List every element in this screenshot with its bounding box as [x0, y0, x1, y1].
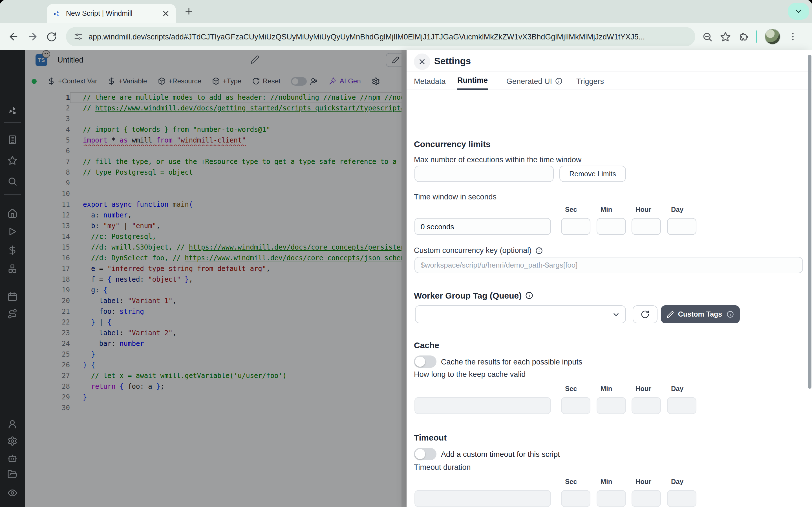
settings-tabs: Metadata Runtime Generated UI Triggers: [407, 71, 812, 90]
unit-label-min: Min: [601, 206, 612, 214]
time-window-value-input[interactable]: [414, 218, 551, 235]
settings-drawer: Settings Metadata Runtime Generated UI T…: [407, 50, 812, 507]
cache-toggle[interactable]: [414, 355, 437, 368]
back-icon[interactable]: [8, 31, 19, 42]
bookmark-star-icon[interactable]: [720, 31, 731, 42]
unit-label-sec: Sec: [565, 206, 577, 214]
star-icon[interactable]: [7, 156, 17, 166]
max-executions-input[interactable]: [414, 166, 554, 182]
close-button[interactable]: [414, 54, 430, 70]
unit-input-hour[interactable]: [631, 218, 661, 235]
divider: [4, 194, 21, 195]
left-sidebar: [0, 50, 25, 507]
timeout-duration-label: Timeout duration: [414, 463, 471, 471]
remove-limits-button[interactable]: Remove Limits: [559, 166, 626, 182]
url-text[interactable]: app.windmill.dev/scripts/add#JTdCJTIyaGF…: [89, 33, 688, 41]
drawer-title: Settings: [434, 56, 471, 66]
cache-duration-units: SecMinHourDay: [414, 385, 804, 414]
browser-tab[interactable]: New Script | Windmill: [47, 4, 176, 23]
unit-input-min: [597, 490, 626, 507]
timeout-duration-units: SecMinHourDay: [414, 478, 804, 507]
schedules-calendar-icon[interactable]: [7, 292, 17, 302]
custom-tags-button[interactable]: Custom Tags: [661, 305, 740, 323]
unit-label-hour: Hour: [636, 478, 651, 486]
unit-input-sec: [561, 397, 591, 414]
gear-icon[interactable]: [7, 436, 17, 446]
runs-play-icon[interactable]: [7, 226, 17, 237]
unit-input-sec: [561, 490, 591, 507]
unit-input-day[interactable]: [667, 218, 696, 235]
custom-key-input[interactable]: [414, 257, 803, 273]
unit-label-min: Min: [601, 478, 612, 486]
unit-input-hour: [631, 397, 661, 414]
folder-open-icon[interactable]: [7, 469, 17, 480]
new-tab-icon[interactable]: [184, 6, 194, 16]
unit-label-day: Day: [671, 478, 683, 486]
forward-icon[interactable]: [27, 31, 38, 42]
toolbar-right: [702, 29, 798, 45]
flows-route-icon[interactable]: [7, 309, 17, 319]
tab-metadata[interactable]: Metadata: [414, 72, 446, 90]
url-bar[interactable]: app.windmill.dev/scripts/add#JTdCJTIyaGF…: [66, 27, 695, 46]
unit-input-day: [667, 490, 696, 507]
windmill-logo[interactable]: [7, 105, 18, 117]
zoom-out-icon[interactable]: [702, 31, 713, 42]
bot-icon[interactable]: [7, 453, 17, 463]
tab-title: New Script | Windmill: [66, 10, 161, 17]
profile-avatar[interactable]: [765, 29, 780, 45]
eye-icon[interactable]: [7, 488, 17, 498]
building-icon[interactable]: [7, 135, 17, 145]
unit-label-hour: Hour: [636, 385, 651, 393]
pencil-icon: [667, 311, 674, 318]
timeout-heading: Timeout: [414, 433, 447, 442]
cache-duration-label: How long to the keep cache valid: [414, 370, 525, 379]
unit-input-hour: [631, 490, 661, 507]
refresh-tags-button[interactable]: [633, 305, 658, 323]
unit-input-sec[interactable]: [561, 218, 591, 235]
tab-search-chevron-button[interactable]: [788, 3, 809, 20]
refresh-icon: [641, 310, 650, 319]
worker-tag-select[interactable]: [415, 305, 626, 323]
tab-close-icon[interactable]: [161, 9, 170, 18]
unit-input-min[interactable]: [597, 218, 626, 235]
unit-input-min: [597, 397, 626, 414]
chevron-down-icon: [612, 311, 620, 319]
concurrency-heading: Concurrency limits: [414, 139, 491, 149]
search-icon[interactable]: [7, 176, 17, 186]
unit-label-sec: Sec: [565, 385, 577, 393]
tab-runtime[interactable]: Runtime: [457, 72, 488, 90]
divider: [4, 122, 21, 123]
drawer-scrollbar[interactable]: [808, 55, 811, 389]
kebab-menu-icon[interactable]: [788, 32, 798, 42]
info-icon: [726, 311, 734, 318]
unit-label-min: Min: [601, 385, 612, 393]
info-icon: [525, 291, 534, 300]
tab-strip: New Script | Windmill: [0, 0, 812, 23]
unit-label-day: Day: [671, 385, 683, 393]
runtime-settings-content: Concurrency limits Max number of executi…: [407, 90, 812, 507]
reload-icon[interactable]: [46, 31, 57, 42]
info-icon: [535, 246, 543, 255]
max-executions-label: Max number of executions within the time…: [414, 156, 581, 164]
cache-toggle-label: Cache the results for each possible inpu…: [441, 358, 582, 366]
windmill-app: TS Untitled Pa +Context Var +Va: [0, 50, 812, 507]
chevron-down-icon: [794, 7, 803, 16]
unit-label-hour: Hour: [636, 206, 651, 214]
unit-label-day: Day: [671, 206, 683, 214]
extensions-icon[interactable]: [738, 31, 749, 42]
cache-duration-input: [414, 397, 551, 414]
resources-boxes-icon[interactable]: [7, 264, 17, 274]
home-icon[interactable]: [7, 209, 17, 219]
user-icon[interactable]: [7, 419, 17, 429]
tune-icon[interactable]: [74, 32, 83, 41]
modal-overlay[interactable]: [25, 50, 407, 507]
variables-dollar-icon[interactable]: [7, 245, 17, 255]
close-icon: [418, 57, 426, 66]
tab-generated-ui[interactable]: Generated UI: [506, 72, 563, 90]
browser-toolbar: app.windmill.dev/scripts/add#JTdCJTIyaGF…: [0, 23, 812, 50]
time-window-units: SecMinHourDay: [414, 206, 804, 235]
windmill-favicon: [52, 9, 61, 18]
timeout-toggle[interactable]: [414, 448, 437, 460]
tab-triggers[interactable]: Triggers: [576, 72, 604, 90]
divider: [756, 31, 757, 43]
